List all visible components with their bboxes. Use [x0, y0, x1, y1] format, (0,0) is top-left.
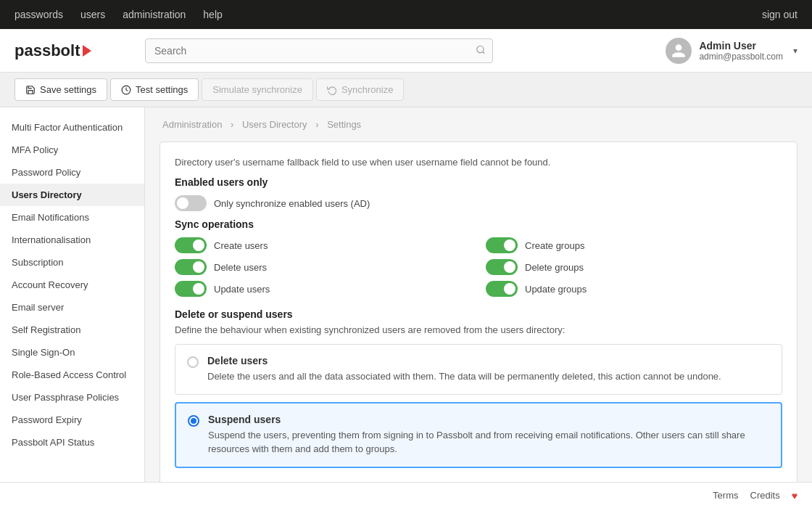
breadcrumb-settings: Settings — [327, 119, 361, 130]
toggle-slider-delete-users — [175, 259, 207, 275]
sync-operations-section: Sync operations Create users — [175, 218, 782, 297]
breadcrumb-sep1: › — [231, 119, 233, 130]
delete-radio[interactable] — [187, 356, 199, 368]
toggle-slider-create-users — [175, 237, 207, 253]
search-bar — [145, 38, 493, 63]
top-nav-links: passwords users administration help — [14, 9, 223, 20]
toggle-slider — [175, 195, 207, 211]
suspend-option-content: Suspend users Suspend the users, prevent… — [208, 414, 769, 456]
delete-users-toggle[interactable] — [175, 259, 207, 275]
update-groups-label: Update groups — [525, 284, 587, 295]
breadcrumb: Administration › Users Directory › Setti… — [160, 119, 798, 130]
header: passbolt Admin User admin@passbolt.com ▾ — [0, 29, 812, 73]
intro-text: Directory user's username fallback field… — [175, 157, 782, 168]
suspend-option-title: Suspend users — [208, 414, 769, 425]
save-icon — [25, 85, 36, 95]
sidebar: Multi Factor Authentication MFA Policy P… — [0, 107, 145, 482]
delete-option-desc: Delete the users and all the data associ… — [207, 369, 770, 384]
enabled-users-section: Enabled users only Only synchronize enab… — [175, 176, 782, 211]
delete-users-option[interactable]: Delete users Delete the users and all th… — [175, 344, 782, 395]
sidebar-item-api-status[interactable]: Passbolt API Status — [0, 431, 144, 454]
sync-item-delete-groups: Delete groups — [486, 259, 782, 275]
update-users-label: Update users — [214, 284, 270, 295]
logo-icon — [83, 45, 91, 57]
credits-link[interactable]: Credits — [750, 490, 780, 501]
sync-item-update-groups: Update groups — [486, 281, 782, 297]
sidebar-item-password-expiry[interactable]: Password Expiry — [0, 409, 144, 431]
sidebar-item-email-server[interactable]: Email server — [0, 296, 144, 319]
sidebar-item-self-registration[interactable]: Self Registration — [0, 319, 144, 341]
search-input[interactable] — [145, 38, 493, 63]
sidebar-item-account-recovery[interactable]: Account Recovery — [0, 274, 144, 296]
delete-option-content: Delete users Delete the users and all th… — [207, 355, 770, 384]
delete-option-title: Delete users — [207, 355, 770, 366]
breadcrumb-admin[interactable]: Administration — [162, 119, 222, 130]
sidebar-item-internationalisation[interactable]: Internationalisation — [0, 229, 144, 251]
delete-suspend-section: Delete or suspend users Define the behav… — [175, 308, 782, 468]
sync-operations-grid: Create users Create groups — [175, 237, 782, 297]
sidebar-item-passphrase-policies[interactable]: User Passphrase Policies — [0, 386, 144, 409]
toggle-slider-update-groups — [486, 281, 518, 297]
sync-item-create-users: Create users — [175, 237, 471, 253]
terms-link[interactable]: Terms — [713, 490, 738, 501]
logo: passbolt — [14, 41, 130, 60]
breadcrumb-sep2: › — [315, 119, 318, 130]
main-content: Administration › Users Directory › Setti… — [145, 107, 812, 482]
nav-administration[interactable]: administration — [123, 9, 186, 20]
sidebar-item-sso[interactable]: Single Sign-On — [0, 341, 144, 364]
save-settings-label: Save settings — [40, 84, 96, 95]
enabled-users-label: Only synchronize enabled users (AD) — [214, 198, 370, 209]
breadcrumb-users-dir[interactable]: Users Directory — [242, 119, 307, 130]
nav-help[interactable]: help — [203, 9, 222, 20]
user-name: Admin User — [699, 40, 783, 52]
create-users-toggle[interactable] — [175, 237, 207, 253]
create-groups-toggle[interactable] — [486, 237, 518, 253]
toggle-slider-update-users — [175, 281, 207, 297]
sync-item-create-groups: Create groups — [486, 237, 782, 253]
delete-users-label: Delete users — [214, 262, 267, 273]
user-email: admin@passbolt.com — [699, 52, 783, 62]
test-settings-label: Test settings — [136, 84, 188, 95]
sidebar-item-rbac[interactable]: Role-Based Access Control — [0, 364, 144, 386]
sync-item-update-users: Update users — [175, 281, 471, 297]
suspend-option-desc: Suspend the users, preventing them from … — [208, 428, 769, 456]
enabled-users-title: Enabled users only — [175, 176, 782, 188]
enabled-users-toggle[interactable] — [175, 195, 207, 211]
toolbar: Save settings Test settings Simulate syn… — [0, 73, 812, 107]
sync-icon — [327, 85, 337, 95]
sidebar-item-email-notifications[interactable]: Email Notifications — [0, 206, 144, 229]
save-settings-button[interactable]: Save settings — [14, 78, 107, 101]
search-icon — [476, 44, 486, 57]
sidebar-item-mfa[interactable]: Multi Factor Authentication — [0, 116, 144, 139]
update-groups-toggle[interactable] — [486, 281, 518, 297]
suspend-radio[interactable] — [188, 415, 199, 427]
sidebar-item-subscription[interactable]: Subscription — [0, 251, 144, 274]
update-users-toggle[interactable] — [175, 281, 207, 297]
sidebar-item-mfa-policy[interactable]: MFA Policy — [0, 139, 144, 161]
logo-text: passbolt — [14, 41, 80, 60]
test-icon — [121, 85, 131, 95]
suspend-users-option[interactable]: Suspend users Suspend the users, prevent… — [175, 402, 782, 468]
user-menu[interactable]: Admin User admin@passbolt.com ▾ — [666, 38, 798, 64]
synchronize-label: Synchronize — [341, 84, 394, 95]
main-layout: Multi Factor Authentication MFA Policy P… — [0, 107, 812, 482]
top-navigation: passwords users administration help sign… — [0, 0, 812, 29]
simulate-sync-label: Simulate synchronize — [212, 84, 302, 95]
signout-link[interactable]: sign out — [762, 9, 798, 20]
delete-groups-toggle[interactable] — [486, 259, 518, 275]
delete-groups-label: Delete groups — [525, 262, 584, 273]
nav-passwords[interactable]: passwords — [14, 9, 63, 20]
toggle-slider-delete-groups — [486, 259, 518, 275]
sync-item-delete-users: Delete users — [175, 259, 471, 275]
svg-line-1 — [483, 52, 485, 54]
nav-users[interactable]: users — [80, 9, 105, 20]
delete-suspend-desc: Define the behaviour when existing synch… — [175, 324, 782, 335]
test-settings-button[interactable]: Test settings — [110, 78, 199, 101]
toggle-slider-create-groups — [486, 237, 518, 253]
sidebar-item-users-directory[interactable]: Users Directory — [0, 184, 144, 206]
sidebar-item-password-policy[interactable]: Password Policy — [0, 161, 144, 184]
synchronize-button: Synchronize — [316, 78, 405, 101]
chevron-down-icon: ▾ — [793, 46, 798, 56]
heart-icon: ♥ — [792, 490, 798, 501]
footer: Terms Credits ♥ — [0, 482, 812, 508]
